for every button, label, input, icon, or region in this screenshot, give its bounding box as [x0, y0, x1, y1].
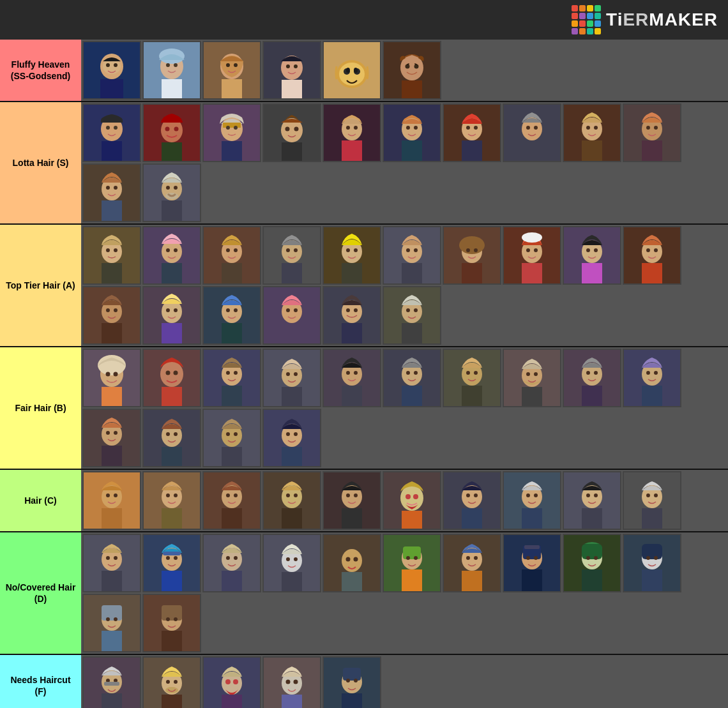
char-cell[interactable]: [202, 286, 261, 345]
char-cell[interactable]: [262, 226, 321, 285]
char-cell[interactable]: [262, 471, 321, 530]
char-cell[interactable]: [383, 41, 441, 100]
char-cell[interactable]: [563, 226, 621, 285]
svg-point-109: [234, 248, 238, 252]
char-cell[interactable]: [383, 103, 441, 162]
char-cell[interactable]: [142, 594, 201, 652]
char-cell[interactable]: [443, 471, 501, 530]
char-cell[interactable]: [623, 226, 681, 285]
svg-rect-319: [282, 572, 302, 591]
svg-rect-105: [162, 263, 182, 283]
char-cell[interactable]: [443, 103, 501, 162]
char-cell[interactable]: [383, 349, 441, 407]
svg-rect-354: [642, 569, 662, 591]
char-cell[interactable]: [383, 286, 441, 345]
char-cell[interactable]: [262, 656, 321, 708]
svg-point-161: [234, 308, 238, 312]
char-cell[interactable]: [503, 226, 561, 285]
char-cell[interactable]: [443, 349, 501, 407]
svg-point-232: [114, 431, 118, 435]
char-cell[interactable]: [503, 471, 561, 530]
char-cell[interactable]: [202, 103, 261, 162]
char-cell[interactable]: [202, 226, 261, 285]
svg-point-28: [354, 68, 358, 73]
char-cell[interactable]: [563, 471, 621, 530]
char-cell[interactable]: [202, 349, 261, 407]
char-cell[interactable]: [563, 103, 621, 162]
svg-point-36: [106, 126, 110, 130]
char-cell[interactable]: [82, 534, 141, 592]
char-cell[interactable]: [142, 226, 201, 285]
svg-rect-233: [102, 446, 122, 466]
svg-rect-203: [342, 386, 362, 406]
svg-point-19: [286, 64, 290, 68]
char-cell[interactable]: [563, 349, 621, 407]
char-cell[interactable]: [322, 349, 381, 407]
char-cell[interactable]: [322, 656, 381, 708]
char-cell[interactable]: [142, 286, 201, 345]
char-cell[interactable]: [262, 286, 321, 345]
char-cell[interactable]: [262, 409, 321, 467]
char-cell[interactable]: [82, 103, 141, 162]
char-cell[interactable]: [82, 163, 141, 222]
char-cell[interactable]: [262, 103, 321, 162]
char-cell[interactable]: [503, 349, 561, 407]
char-cell[interactable]: [383, 471, 441, 530]
char-cell[interactable]: [623, 103, 681, 162]
char-cell[interactable]: [202, 656, 261, 708]
svg-rect-388: [282, 695, 302, 708]
char-cell[interactable]: [322, 103, 381, 162]
char-cell[interactable]: [142, 163, 201, 222]
char-cell[interactable]: [443, 226, 501, 285]
char-cell[interactable]: [82, 656, 141, 708]
svg-point-58: [354, 126, 358, 130]
svg-point-216: [526, 372, 530, 376]
svg-rect-371: [104, 682, 119, 686]
char-cell[interactable]: [322, 41, 381, 100]
char-cell[interactable]: [142, 103, 201, 162]
char-cell[interactable]: [623, 534, 681, 592]
char-cell[interactable]: [383, 534, 441, 592]
char-cell[interactable]: [142, 409, 201, 467]
char-cell[interactable]: [503, 103, 561, 162]
char-cell[interactable]: [322, 286, 381, 345]
char-cell[interactable]: [443, 534, 501, 592]
char-cell[interactable]: [142, 534, 201, 592]
svg-point-92: [166, 186, 170, 190]
char-cell[interactable]: [262, 349, 321, 407]
char-cell[interactable]: [623, 471, 681, 530]
char-cell[interactable]: [503, 534, 561, 592]
char-cell[interactable]: [202, 534, 261, 592]
char-cell[interactable]: [82, 594, 141, 652]
char-cell[interactable]: [202, 409, 261, 467]
char-cell[interactable]: [623, 349, 681, 407]
char-cell[interactable]: [142, 41, 201, 100]
svg-rect-327: [403, 546, 421, 559]
char-cell[interactable]: [82, 349, 141, 407]
char-cell[interactable]: [202, 41, 261, 100]
char-cell[interactable]: [322, 534, 381, 592]
char-cell[interactable]: [142, 656, 201, 708]
char-cell[interactable]: [82, 409, 141, 467]
char-cell[interactable]: [563, 534, 621, 592]
svg-point-287: [534, 493, 538, 497]
char-cell[interactable]: [82, 286, 141, 345]
char-cell[interactable]: [262, 41, 321, 100]
svg-rect-147: [642, 263, 662, 283]
svg-point-93: [174, 186, 178, 190]
char-cell[interactable]: [142, 349, 201, 407]
char-cell[interactable]: [82, 226, 141, 285]
char-cell[interactable]: [383, 226, 441, 285]
char-cell[interactable]: [82, 471, 141, 530]
char-cell[interactable]: [202, 471, 261, 530]
char-cell[interactable]: [262, 534, 321, 592]
svg-point-317: [286, 557, 290, 561]
char-cell[interactable]: [142, 471, 201, 530]
char-cell[interactable]: [82, 41, 141, 100]
svg-point-201: [346, 371, 350, 375]
svg-point-252: [114, 493, 118, 497]
svg-point-271: [346, 493, 350, 497]
char-cell[interactable]: [322, 226, 381, 285]
svg-point-57: [346, 126, 350, 130]
char-cell[interactable]: [322, 471, 381, 530]
